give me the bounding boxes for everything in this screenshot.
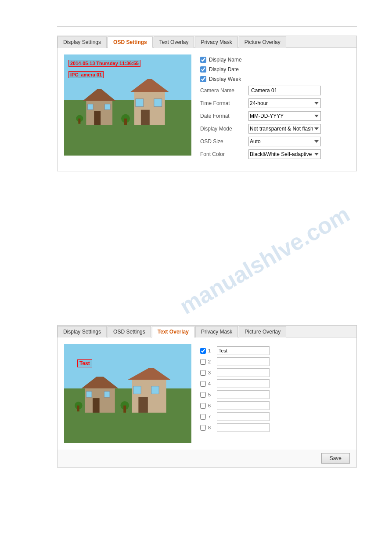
text-input-6[interactable] <box>217 401 270 410</box>
text-checkbox-4[interactable] <box>200 381 206 387</box>
svg-rect-9 <box>104 104 110 109</box>
display-mode-select[interactable]: Not transparent & Not flash Transparent … <box>248 124 321 134</box>
display-date-row: Display Date <box>200 66 350 73</box>
svg-marker-21 <box>85 386 115 413</box>
text-checkbox-6[interactable] <box>200 403 206 409</box>
display-name-label: Display Name <box>209 57 242 63</box>
svg-rect-8 <box>87 104 93 109</box>
camera-preview-1: 2014-05-13 Thursday 11:36:55 IPC_amera 0… <box>64 54 191 156</box>
text-checkbox-3[interactable] <box>200 370 206 376</box>
svg-rect-25 <box>104 391 110 397</box>
test-overlay: Test <box>77 359 92 367</box>
text-overlay-form: 1 2 3 4 <box>200 344 350 443</box>
svg-rect-28 <box>123 405 126 413</box>
text-input-5[interactable] <box>217 390 270 399</box>
font-color-row: Font Color Black&White Self-adaptive Bla… <box>200 149 350 159</box>
text-input-3[interactable] <box>217 368 270 377</box>
watermark-text: manualshlve.com <box>175 201 354 319</box>
osd-panel-body: 2014-05-13 Thursday 11:36:55 IPC_amera 0… <box>58 48 356 171</box>
tab-picture-overlay-2[interactable]: Picture Overlay <box>239 326 286 337</box>
display-mode-row: Display Mode Not transparent & Not flash… <box>200 124 350 134</box>
camera-name-input[interactable] <box>248 86 321 95</box>
text-row-3: 3 <box>200 368 350 377</box>
font-color-select[interactable]: Black&White Self-adaptive Black White Ye… <box>248 149 321 159</box>
text-row-num-6: 6 <box>208 403 215 408</box>
text-row-5: 5 <box>200 390 350 399</box>
osd-settings-form: Display Name Display Date Display Week C… <box>200 54 350 164</box>
svg-rect-12 <box>124 118 127 125</box>
datetime-overlay: 2014-05-13 Thursday 11:36:55 <box>68 60 140 67</box>
display-mode-label: Display Mode <box>200 126 248 132</box>
svg-marker-6 <box>83 89 116 101</box>
time-format-select[interactable]: 24-hour 12-hour <box>248 98 321 108</box>
top-divider <box>57 26 357 27</box>
camera-name-row: Camera Name <box>200 86 350 95</box>
tab-text-overlay[interactable]: Text Overlay <box>154 36 194 48</box>
text-input-4[interactable] <box>217 379 270 388</box>
text-checkbox-5[interactable] <box>200 392 206 398</box>
svg-marker-1 <box>130 79 169 92</box>
watermark-section: manualshlve.com <box>57 185 357 325</box>
osd-settings-panel: Display Settings OSD Settings Text Overl… <box>57 36 357 171</box>
font-color-label: Font Color <box>200 151 248 157</box>
svg-rect-24 <box>86 391 92 397</box>
display-date-label: Display Date <box>209 66 239 73</box>
text-overlay-panel-body: Test 1 2 3 <box>58 337 356 450</box>
text-overlay-panel: Display Settings OSD Settings Text Overl… <box>57 325 357 468</box>
svg-rect-20 <box>151 386 159 394</box>
display-week-row: Display Week <box>200 76 350 82</box>
display-week-checkbox[interactable] <box>200 76 206 82</box>
text-row-4: 4 <box>200 379 350 388</box>
svg-rect-19 <box>133 386 141 394</box>
text-checkbox-8[interactable] <box>200 425 206 431</box>
time-format-label: Time Format <box>200 100 248 106</box>
tab-picture-overlay[interactable]: Picture Overlay <box>239 36 286 48</box>
svg-rect-23 <box>93 398 100 413</box>
svg-rect-2 <box>141 109 150 125</box>
svg-rect-14 <box>78 118 80 123</box>
text-row-2: 2 <box>200 357 350 366</box>
date-format-label: Date Format <box>200 113 248 119</box>
display-name-checkbox[interactable] <box>200 57 206 63</box>
text-row-num-7: 7 <box>208 414 215 419</box>
tab-osd-settings-2[interactable]: OSD Settings <box>108 326 151 337</box>
svg-marker-16 <box>132 377 166 413</box>
svg-rect-7 <box>94 111 101 125</box>
text-input-7[interactable] <box>217 412 270 421</box>
tab-display-settings-2[interactable]: Display Settings <box>58 326 107 337</box>
text-input-8[interactable] <box>217 423 270 432</box>
text-checkbox-1[interactable] <box>200 348 206 354</box>
tab-display-settings[interactable]: Display Settings <box>58 36 107 48</box>
osd-size-row: OSD Size Auto Small Medium Large <box>200 137 350 146</box>
text-checkbox-7[interactable] <box>200 414 206 420</box>
save-area: Save <box>58 450 356 467</box>
text-input-2[interactable] <box>217 357 270 366</box>
display-week-label: Display Week <box>209 76 241 82</box>
svg-marker-22 <box>82 377 119 388</box>
svg-marker-17 <box>128 368 171 380</box>
tab-privacy-mask[interactable]: Privacy Mask <box>195 36 237 48</box>
text-row-7: 7 <box>200 412 350 421</box>
osd-size-select[interactable]: Auto Small Medium Large <box>248 137 321 146</box>
text-row-1: 1 <box>200 346 350 355</box>
text-checkbox-2[interactable] <box>200 359 206 365</box>
svg-rect-31 <box>66 413 190 430</box>
tab-osd-settings[interactable]: OSD Settings <box>108 36 153 48</box>
camera-preview-2: Test <box>64 344 191 443</box>
text-row-num-5: 5 <box>208 392 215 397</box>
svg-rect-18 <box>138 397 147 413</box>
save-button[interactable]: Save <box>321 453 350 464</box>
svg-marker-0 <box>134 90 165 125</box>
svg-rect-30 <box>77 405 79 411</box>
text-input-1[interactable] <box>217 346 270 355</box>
text-row-num-1: 1 <box>208 348 215 353</box>
text-row-num-3: 3 <box>208 370 215 375</box>
date-format-select[interactable]: MM-DD-YYYY DD-MM-YYYY YYYY-MM-DD <box>248 111 321 121</box>
display-date-checkbox[interactable] <box>200 66 206 73</box>
tab-text-overlay-2[interactable]: Text Overlay <box>152 326 194 337</box>
tab-privacy-mask-2[interactable]: Privacy Mask <box>195 326 238 337</box>
camname-overlay: IPC_amera 01 <box>68 71 104 78</box>
svg-rect-3 <box>136 98 144 106</box>
text-row-num-8: 8 <box>208 425 215 430</box>
date-format-row: Date Format MM-DD-YYYY DD-MM-YYYY YYYY-M… <box>200 111 350 121</box>
